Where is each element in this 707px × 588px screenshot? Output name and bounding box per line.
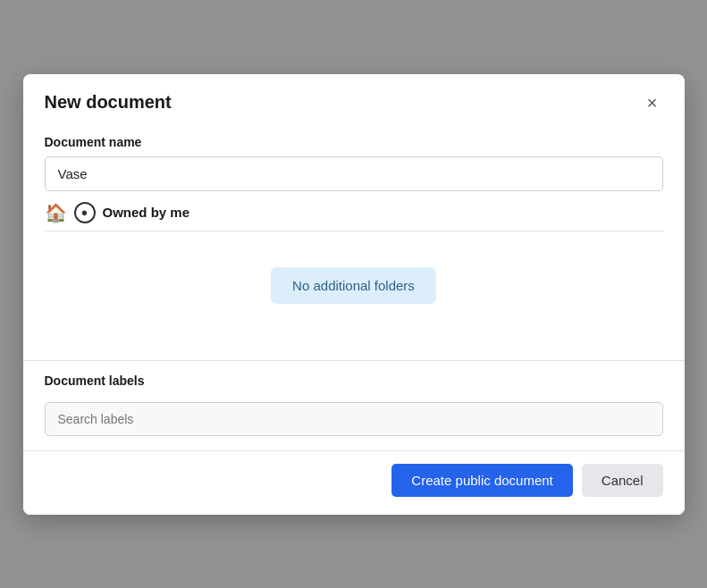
dialog-header: New document × [23, 74, 685, 128]
owner-row: 🏠 ● Owned by me [45, 191, 663, 231]
folders-area: No additional folders [45, 239, 663, 346]
search-labels-input[interactable] [45, 402, 663, 436]
document-name-input[interactable] [45, 156, 663, 191]
no-folders-badge: No additional folders [271, 267, 436, 304]
close-button[interactable]: × [642, 92, 663, 113]
document-labels-label: Document labels [45, 374, 663, 388]
labels-section: Document labels [23, 360, 685, 450]
modal-overlay: New document × Document name 🏠 ● Owned b… [0, 0, 707, 588]
home-icon: 🏠 [45, 202, 67, 223]
document-name-label: Document name [45, 135, 663, 149]
dialog-body: Document name 🏠 ● Owned by me No additio… [23, 128, 685, 360]
cancel-button[interactable]: Cancel [582, 464, 663, 497]
dialog-title: New document [45, 92, 172, 113]
new-document-dialog: New document × Document name 🏠 ● Owned b… [23, 74, 685, 515]
dialog-footer: Create public document Cancel [23, 450, 685, 515]
user-icon: ● [74, 202, 96, 223]
create-public-document-button[interactable]: Create public document [391, 464, 572, 497]
owner-label: Owned by me [103, 205, 190, 220]
